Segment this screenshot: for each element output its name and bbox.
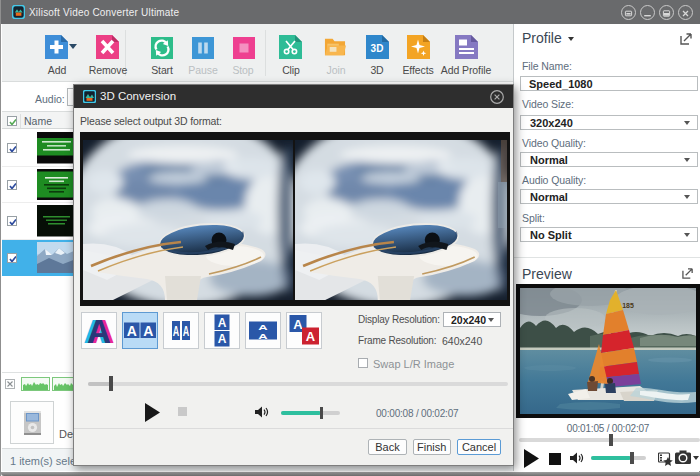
svg-text:A: A <box>127 322 137 338</box>
svg-text:A: A <box>173 323 180 339</box>
svg-text:A: A <box>143 322 153 338</box>
svg-text:A: A <box>183 323 190 339</box>
svg-text:A: A <box>258 332 268 339</box>
svg-text:A: A <box>305 329 315 344</box>
svg-text:A: A <box>293 316 303 331</box>
svg-text:A: A <box>217 315 226 329</box>
svg-text:A: A <box>258 323 268 330</box>
svg-text:185: 185 <box>622 302 634 309</box>
svg-text:A: A <box>217 332 226 346</box>
svg-text:A: A <box>87 313 111 348</box>
svg-text:3D: 3D <box>371 43 384 54</box>
